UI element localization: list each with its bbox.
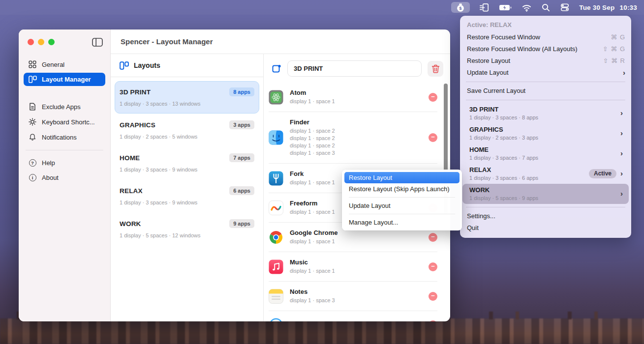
layout-row-home[interactable]: HOME 7 apps 1 display · 3 spaces · 9 win… <box>115 147 259 179</box>
app-row-finder[interactable]: Finder display 1 · space 2 display 1 · s… <box>269 112 437 164</box>
remove-app-button[interactable]: − <box>429 233 437 242</box>
sidebar-item-label: Keyboard Shortc... <box>42 118 95 126</box>
remove-app-button[interactable]: − <box>429 320 437 321</box>
chevron-right-icon: › <box>620 171 623 176</box>
sidebar-item-about[interactable]: i About <box>24 171 105 184</box>
menu-bar: $ <box>0 0 644 15</box>
menu-divider <box>466 100 625 100</box>
close-window-button[interactable] <box>28 39 34 45</box>
menubar-time: 10:33 <box>619 4 637 11</box>
notes-app-icon <box>269 289 283 304</box>
menu-layout-work[interactable]: WORK 1 display · 5 spaces · 9 apps › <box>462 184 629 204</box>
menu-item-save-current-layout[interactable]: Save Current Layout <box>460 85 631 97</box>
sidebar-item-label: About <box>42 174 59 181</box>
wallpaper-skyline <box>0 318 644 344</box>
chevron-right-icon: › <box>620 191 623 197</box>
menu-item-label: Save Current Layout <box>467 87 525 95</box>
menu-layout-3d-print[interactable]: 3D PRINT 1 display · 3 spaces · 8 apps › <box>462 103 629 123</box>
sidebar-item-keyboard-shortcuts[interactable]: Keyboard Shortc... <box>24 115 105 129</box>
fork-app-icon <box>269 171 283 186</box>
sidebar-item-exclude-apps[interactable]: Exclude Apps <box>24 100 105 114</box>
app-placement: display 1 · space 1 <box>290 267 422 275</box>
spencer-menubar-icon[interactable]: $ <box>451 2 470 13</box>
menu-divider <box>466 82 625 82</box>
window-titlebar: Spencer - Layout Manager <box>111 29 450 54</box>
context-item-restore-layout[interactable]: Restore Layout <box>344 172 460 183</box>
context-item-restore-skip-launch[interactable]: Restore Layout (Skip Apps Launch) <box>344 183 460 195</box>
sidebar-toggle-button[interactable] <box>92 37 103 47</box>
layout-name: WORK <box>469 186 538 194</box>
svg-text:$: $ <box>460 6 462 11</box>
menu-item-label: Settings... <box>467 212 495 220</box>
app-placement: display 1 · space 2 <box>290 142 422 149</box>
rename-layout-icon <box>272 64 281 74</box>
atom-app-icon <box>269 90 283 105</box>
app-placement: display 1 · space 1 <box>290 98 422 105</box>
battery-menubar-item[interactable] <box>499 2 512 13</box>
layout-detail: 1 display · 3 spaces · 7 apps <box>469 155 538 161</box>
layouts-header-label: Layouts <box>134 61 160 69</box>
layout-name: RELAX <box>120 187 143 195</box>
menu-item-restore-focused-window-all[interactable]: Restore Focused Window (All Layouts) ⇧ ⌘… <box>460 43 631 55</box>
grid-icon <box>28 60 37 68</box>
menu-item-label: Restore Focused Window (All Layouts) <box>467 45 578 53</box>
remove-app-button[interactable]: − <box>429 262 437 271</box>
menu-item-update-layout[interactable]: Update Layout › <box>460 67 631 79</box>
shortcut-hint: ⇧ ⌘ G <box>603 45 625 53</box>
gear-icon <box>28 118 37 126</box>
sidebar-toggle-icon <box>92 38 103 47</box>
sidebar-item-general[interactable]: General <box>24 57 105 71</box>
menu-item-settings[interactable]: Settings... <box>460 210 631 222</box>
chevron-right-icon: › <box>620 130 623 136</box>
layout-row-3d-print[interactable]: 3D PRINT 8 apps 1 display · 3 spaces · 1… <box>115 81 259 114</box>
chevron-right-icon: › <box>620 110 623 116</box>
zoom-window-button[interactable] <box>48 39 55 45</box>
shortcut-hint: ⌘ G <box>611 33 625 41</box>
app-row-safari[interactable]: Safari − <box>269 311 437 321</box>
menu-layout-relax[interactable]: RELAX 1 display · 3 spaces · 6 apps Acti… <box>462 164 629 184</box>
control-center-menubar-item[interactable] <box>560 2 570 13</box>
layout-row-graphics[interactable]: GRAPHICS 3 apps 1 display · 2 spaces · 5… <box>115 114 259 146</box>
layout-name: HOME <box>469 146 538 153</box>
menu-layout-home[interactable]: HOME 1 display · 3 spaces · 7 apps › <box>462 143 629 164</box>
menubar-date: Tue 30 Sep <box>579 4 614 11</box>
apps-count-badge: 8 apps <box>229 87 254 96</box>
menu-item-quit[interactable]: Quit <box>460 222 631 234</box>
app-name: Notes <box>290 288 422 295</box>
layout-detail: 1 display · 3 spaces · 9 windows <box>120 167 254 172</box>
active-badge: Active <box>589 169 616 178</box>
menubar-clock[interactable]: Tue 30 Sep 10:33 <box>579 4 637 11</box>
layouts-panel: Layouts 3D PRINT 8 apps 1 display · 3 sp… <box>111 54 264 321</box>
active-layout-status: Active: RELAX <box>460 19 631 31</box>
sidebar-item-label: Help <box>42 159 55 167</box>
traffic-lights <box>28 39 55 45</box>
menu-item-restore-focused-window[interactable]: Restore Focused Window ⌘ G <box>460 31 631 43</box>
remove-app-button[interactable]: − <box>429 292 437 301</box>
app-row-atom[interactable]: Atom display 1 · space 1 − <box>269 83 437 112</box>
remove-app-button[interactable]: − <box>429 133 437 142</box>
layout-context-menu: Restore Layout Restore Layout (Skip Apps… <box>342 170 462 230</box>
app-placement: display 1 · space 3 <box>290 297 422 304</box>
sidebar-item-layout-manager[interactable]: Layout Manager <box>24 73 105 86</box>
delete-layout-button[interactable] <box>428 61 443 77</box>
app-row-notes[interactable]: Notes display 1 · space 3 − <box>269 282 437 311</box>
layout-name-input[interactable] <box>287 60 422 77</box>
menu-layout-graphics[interactable]: GRAPHICS 1 display · 2 spaces · 3 apps › <box>462 123 629 143</box>
menu-item-restore-layout[interactable]: Restore Layout ⇧ ⌘ R <box>460 55 631 67</box>
context-item-manage-layout[interactable]: Manage Layout... <box>344 217 460 228</box>
app-row-music[interactable]: Music display 1 · space 1 − <box>269 252 437 282</box>
paste-menubar-item[interactable] <box>479 2 490 13</box>
layout-row-relax[interactable]: RELAX 6 apps 1 display · 3 spaces · 9 wi… <box>115 180 259 212</box>
layout-name: HOME <box>120 154 140 162</box>
sidebar-item-notifications[interactable]: Notifications <box>24 130 105 144</box>
context-item-update-layout[interactable]: Update Layout <box>344 200 460 211</box>
app-name: Safari <box>290 320 422 321</box>
remove-app-button[interactable]: − <box>429 93 437 102</box>
minimize-window-button[interactable] <box>38 39 44 45</box>
layouts-panel-header: Layouts <box>111 54 263 77</box>
layout-row-work[interactable]: WORK 9 apps 1 display · 5 spaces · 12 wi… <box>115 213 259 245</box>
paste-document-icon <box>479 2 490 13</box>
sidebar-item-help[interactable]: ? Help <box>24 156 105 170</box>
wifi-menubar-item[interactable] <box>521 2 532 13</box>
search-menubar-item[interactable] <box>541 2 551 13</box>
